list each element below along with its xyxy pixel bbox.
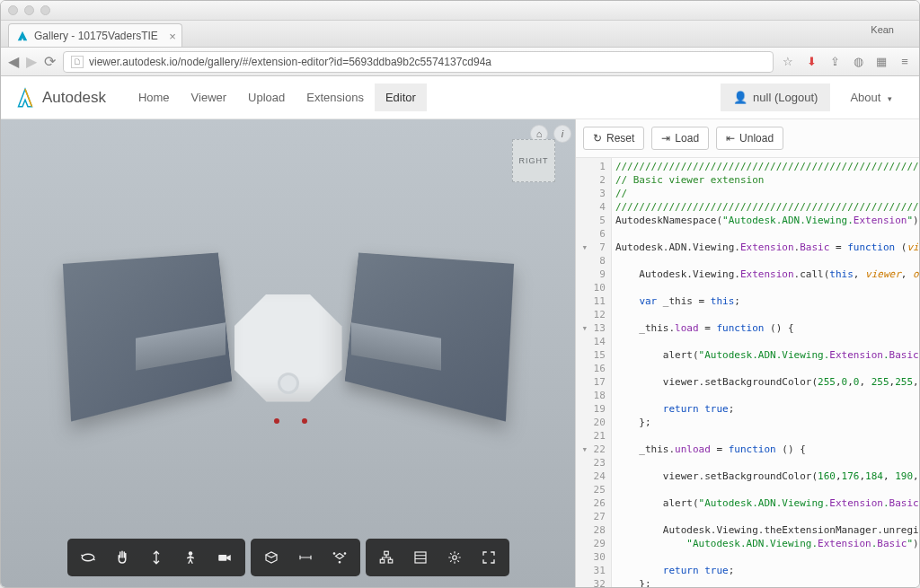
traffic-lights bbox=[8, 5, 50, 15]
window-titlebar bbox=[1, 1, 919, 21]
autodesk-favicon-icon bbox=[16, 30, 29, 42]
reload-button[interactable]: ⟳ bbox=[44, 53, 56, 70]
url-text: viewer.autodesk.io/node/gallery/#/extens… bbox=[89, 56, 491, 68]
browser-tabbar: Gallery - 10175VadersTIE × Kean bbox=[1, 21, 919, 48]
nav-item-home[interactable]: Home bbox=[128, 83, 181, 111]
nav-item-editor[interactable]: Editor bbox=[375, 83, 427, 111]
settings-icon[interactable] bbox=[439, 544, 470, 571]
unload-button[interactable]: ⇤Unload bbox=[716, 127, 783, 150]
viewer-toolbar bbox=[67, 539, 509, 576]
svg-point-5 bbox=[339, 562, 341, 564]
code-editor[interactable]: 1 2 3 4 5 6 ▾ 7 8 9 10 11 12 ▾ 13 14 15 … bbox=[576, 158, 919, 587]
svg-rect-8 bbox=[388, 559, 393, 563]
about-menu[interactable]: About ▾ bbox=[839, 83, 903, 111]
section-icon[interactable] bbox=[256, 544, 287, 571]
svg-rect-6 bbox=[384, 551, 388, 555]
maximize-window-button[interactable] bbox=[40, 5, 50, 15]
properties-icon[interactable] bbox=[405, 544, 436, 571]
reset-icon: ↻ bbox=[593, 132, 602, 145]
nav-item-extensions[interactable]: Extensions bbox=[296, 83, 375, 111]
editor-toolbar: ↻Reset ⇥Load ⇤Unload bbox=[576, 119, 919, 158]
close-window-button[interactable] bbox=[8, 5, 18, 15]
load-button[interactable]: ⇥Load bbox=[651, 127, 709, 150]
pan-icon[interactable] bbox=[107, 544, 137, 571]
svg-point-4 bbox=[344, 553, 346, 555]
viewcube[interactable]: RIGHT bbox=[512, 139, 555, 182]
fullscreen-icon[interactable] bbox=[473, 544, 504, 571]
url-field[interactable]: 🗋 viewer.autodesk.io/node/gallery/#/exte… bbox=[63, 51, 774, 73]
toolbar-right: ☆ ⬇ ⇪ ◍ ▦ ≡ bbox=[781, 55, 912, 69]
model-tree-icon[interactable] bbox=[371, 544, 402, 571]
content-area: ⌂ i RIGHT bbox=[1, 119, 919, 587]
zoom-icon[interactable] bbox=[141, 544, 172, 571]
editor-pane: ↻Reset ⇥Load ⇤Unload 1 2 3 4 5 6 ▾ 7 8 9… bbox=[576, 119, 919, 587]
download-icon[interactable]: ⬇ bbox=[804, 55, 818, 69]
extension-b-icon[interactable]: ▦ bbox=[874, 55, 889, 69]
star-icon[interactable]: ☆ bbox=[781, 55, 795, 69]
chevron-down-icon: ▾ bbox=[888, 94, 892, 103]
first-person-icon[interactable] bbox=[175, 544, 206, 571]
viewcube-face-label: RIGHT bbox=[519, 156, 549, 165]
user-icon: 👤 bbox=[733, 91, 748, 104]
measure-icon[interactable] bbox=[290, 544, 321, 571]
svg-point-10 bbox=[452, 556, 456, 560]
browser-tab[interactable]: Gallery - 10175VadersTIE × bbox=[8, 23, 182, 47]
reset-button[interactable]: ↻Reset bbox=[583, 127, 644, 150]
svg-rect-2 bbox=[218, 555, 226, 561]
browser-address-bar: ◀ ▶ ⟳ 🗋 viewer.autodesk.io/node/gallery/… bbox=[1, 48, 919, 76]
user-label: null (Logout) bbox=[753, 91, 818, 104]
svg-point-3 bbox=[333, 553, 335, 555]
orbit-icon[interactable] bbox=[73, 544, 103, 571]
tab-title: Gallery - 10175VadersTIE bbox=[34, 30, 158, 42]
share-icon[interactable]: ⇪ bbox=[827, 55, 842, 69]
tab-close-icon[interactable]: × bbox=[169, 30, 176, 43]
explode-icon[interactable] bbox=[324, 544, 355, 571]
autodesk-logo-icon bbox=[17, 87, 33, 109]
svg-point-0 bbox=[82, 554, 94, 561]
nav-item-upload[interactable]: Upload bbox=[237, 83, 296, 111]
menu-icon[interactable]: ≡ bbox=[898, 55, 912, 69]
unload-icon: ⇤ bbox=[726, 132, 735, 145]
svg-rect-9 bbox=[415, 552, 426, 563]
camera-icon[interactable] bbox=[209, 544, 240, 571]
browser-profile-name[interactable]: Kean bbox=[871, 24, 894, 35]
extension-a-icon[interactable]: ◍ bbox=[851, 55, 865, 69]
user-menu[interactable]: 👤 null (Logout) bbox=[721, 83, 830, 111]
brand-name: Autodesk bbox=[42, 89, 106, 107]
back-button[interactable]: ◀ bbox=[8, 53, 19, 70]
info-icon[interactable]: i bbox=[553, 125, 571, 143]
nav-items: HomeViewerUploadExtensionsEditor bbox=[128, 83, 427, 111]
page-info-icon[interactable]: 🗋 bbox=[71, 56, 84, 68]
brand[interactable]: Autodesk bbox=[17, 87, 106, 109]
forward-button[interactable]: ▶ bbox=[26, 53, 37, 70]
minimize-window-button[interactable] bbox=[24, 5, 34, 15]
nav-item-viewer[interactable]: Viewer bbox=[181, 83, 238, 111]
load-icon: ⇥ bbox=[661, 132, 670, 145]
model-3d[interactable] bbox=[118, 237, 459, 470]
viewer-pane[interactable]: ⌂ i RIGHT bbox=[1, 119, 576, 587]
app-menubar: Autodesk HomeViewerUploadExtensionsEdito… bbox=[1, 76, 919, 119]
browser-window: Gallery - 10175VadersTIE × Kean ◀ ▶ ⟳ 🗋 … bbox=[0, 0, 920, 588]
svg-point-1 bbox=[188, 551, 192, 556]
svg-rect-7 bbox=[380, 559, 385, 563]
